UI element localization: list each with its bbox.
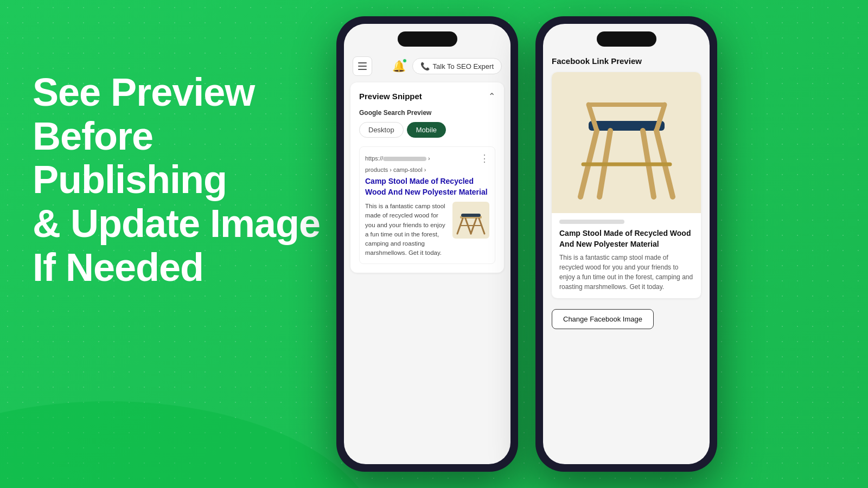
result-description: This is a fantastic camp stool made of r…: [365, 202, 447, 258]
result-url: https:// ›: [365, 155, 430, 162]
phone-icon: 📞: [420, 62, 430, 70]
bell-button[interactable]: 🔔: [392, 60, 406, 73]
change-facebook-image-button[interactable]: Change Facebook Image: [552, 309, 654, 329]
result-title: Camp Stool Made of Recycled Wood And New…: [365, 176, 489, 197]
phone-2-content: Facebook Link Preview: [543, 24, 710, 464]
headline: See Preview Before Publishing & Update I…: [33, 70, 347, 289]
facebook-preview-label: Facebook Link Preview: [552, 56, 701, 66]
svg-rect-9: [589, 121, 665, 131]
talk-btn-label: Talk To SEO Expert: [433, 62, 494, 70]
url-blur: [383, 157, 426, 161]
header-icons: 🔔 📞 Talk To SEO Expert: [392, 58, 502, 74]
result-breadcrumb: products › camp-stool ›: [365, 166, 489, 173]
dynamic-island-1: [398, 31, 457, 47]
three-dots-icon[interactable]: ⋮: [480, 152, 489, 164]
phone-2-screen: Facebook Link Preview: [543, 24, 710, 464]
hamburger-icon: [358, 62, 367, 70]
snippet-header: Preview Snippet ⌃: [359, 91, 495, 101]
result-url-row: https:// › ⋮: [365, 152, 489, 164]
notification-dot: [403, 59, 407, 63]
facebook-card-description: This is a fantastic camp stool made of r…: [559, 253, 693, 292]
facebook-card-title: Camp Stool Made of Recycled Wood And New…: [559, 228, 693, 249]
tab-desktop[interactable]: Desktop: [359, 122, 404, 138]
phone-1: 🔔 📞 Talk To SEO Expert Preview Snippet ⌃…: [336, 16, 518, 472]
phone-2: Facebook Link Preview: [535, 16, 717, 472]
search-result-preview: https:// › ⋮ products › camp-stool › Cam…: [359, 146, 495, 264]
svg-rect-8: [461, 214, 481, 217]
facebook-url-blur: [559, 220, 624, 224]
phones-container: 🔔 📞 Talk To SEO Expert Preview Snippet ⌃…: [336, 16, 717, 472]
tab-mobile[interactable]: Mobile: [407, 122, 446, 138]
result-thumbnail: [452, 202, 489, 239]
tab-row: Desktop Mobile: [359, 122, 495, 138]
result-body: This is a fantastic camp stool made of r…: [365, 202, 489, 258]
phone-1-screen: 🔔 📞 Talk To SEO Expert Preview Snippet ⌃…: [344, 24, 510, 464]
google-search-label: Google Search Preview: [359, 109, 495, 117]
facebook-card-body: Camp Stool Made of Recycled Wood And New…: [552, 213, 701, 298]
chevron-up-icon[interactable]: ⌃: [488, 91, 495, 101]
dynamic-island-2: [597, 31, 656, 47]
facebook-preview-card: Camp Stool Made of Recycled Wood And New…: [552, 72, 701, 298]
snippet-title: Preview Snippet: [359, 92, 422, 101]
snippet-card: Preview Snippet ⌃ Google Search Preview …: [350, 82, 504, 273]
facebook-preview-image: [552, 72, 701, 213]
hamburger-button[interactable]: [353, 56, 372, 76]
talk-to-seo-expert-button[interactable]: 📞 Talk To SEO Expert: [412, 58, 502, 74]
